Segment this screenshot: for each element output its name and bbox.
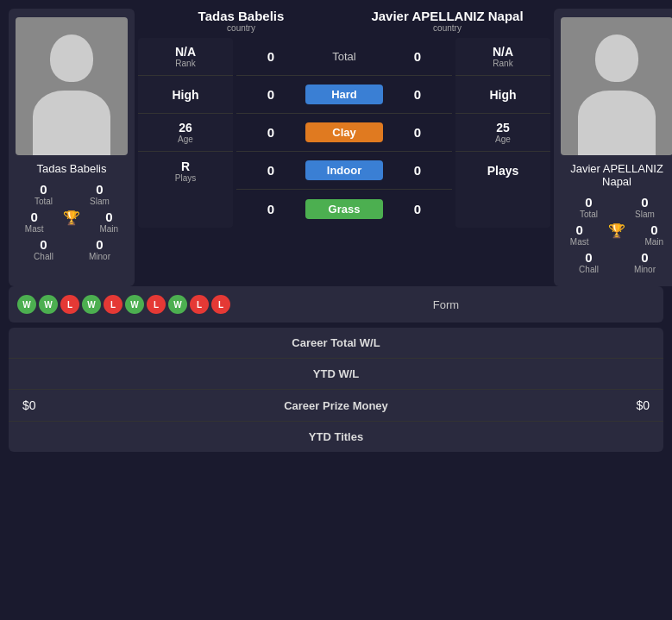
right-total-value: 0: [561, 195, 617, 210]
clay-button[interactable]: Clay: [305, 122, 383, 142]
form-badge-l3: L: [147, 295, 166, 314]
form-badge-w4: W: [125, 295, 144, 314]
form-badge-l5: L: [211, 295, 230, 314]
left-rank-label: Rank: [175, 59, 195, 68]
left-plays-val: R: [181, 160, 190, 173]
indoor-left-val: 0: [236, 163, 305, 178]
grass-right-val: 0: [383, 202, 452, 216]
right-main-label: Main: [636, 237, 672, 247]
left-minor-label: Minor: [72, 252, 128, 261]
right-rank-block: N/A Rank: [455, 38, 550, 76]
clay-center: Clay: [305, 122, 383, 142]
surface-panel: 0 Total 0 0 Hard 0 0: [236, 38, 452, 228]
right-high-block: High: [455, 76, 550, 114]
names-header: Tadas Babelis country Javier APELLANIZ N…: [138, 9, 550, 34]
right-rank-label: Rank: [493, 59, 512, 68]
hard-left-val: 0: [236, 87, 305, 102]
form-badge-l2: L: [104, 295, 122, 314]
left-player-card: Tadas Babelis 0 Total 0 Slam 0 Mast: [9, 9, 135, 286]
form-badge-w3: W: [82, 295, 101, 314]
left-mast-label: Mast: [16, 224, 53, 234]
bottom-stats-section: Career Total W/L YTD W/L $0 Career Prize…: [9, 328, 663, 452]
hard-center: Hard: [305, 85, 383, 104]
grass-button[interactable]: Grass: [305, 199, 383, 219]
right-slam-value: 0: [617, 195, 672, 210]
grass-left-val: 0: [236, 202, 305, 216]
grass-center: Grass: [305, 199, 383, 219]
right-age-val: 25: [496, 121, 510, 135]
right-player-stats: 0 Total 0 Slam 0 Mast 🏆: [561, 195, 672, 278]
right-trophy-icon: 🏆: [608, 222, 625, 239]
right-name-text: Javier APELLANIZ Napal: [344, 9, 550, 23]
prize-right: $0: [493, 398, 650, 412]
left-name-header: Tadas Babelis country: [138, 9, 344, 34]
right-plays-val: Plays: [487, 164, 519, 178]
career-total-row: Career Total W/L: [9, 328, 663, 359]
indoor-row: 0 Indoor 0: [236, 152, 452, 190]
indoor-button[interactable]: Indoor: [305, 160, 383, 180]
ytd-wl-row: YTD W/L: [9, 359, 663, 390]
career-total-label: Career Total W/L: [179, 336, 493, 349]
clay-right-val: 0: [383, 125, 452, 140]
right-main-value: 0: [636, 222, 672, 237]
left-rank-val: N/A: [175, 45, 196, 59]
right-minor-value: 0: [617, 250, 672, 265]
right-country: country: [344, 23, 550, 33]
left-slam-label: Slam: [72, 197, 128, 206]
left-form-badges: W W L W L W L W L L: [17, 295, 230, 314]
right-minor-label: Minor: [617, 265, 672, 274]
form-badge-w2: W: [39, 295, 58, 314]
left-age-label: Age: [178, 135, 193, 144]
right-total-label: Total: [561, 210, 617, 219]
hard-button[interactable]: Hard: [305, 85, 383, 104]
left-high-val: High: [172, 88, 198, 102]
left-main-label: Main: [91, 224, 128, 234]
data-block: N/A Rank High 26 Age R Plays: [138, 38, 550, 228]
left-player-avatar: [16, 17, 128, 155]
right-age-block: 25 Age: [455, 114, 550, 152]
left-total-value: 0: [16, 182, 72, 197]
grass-row: 0 Grass 0: [236, 190, 452, 228]
total-center-label: Total: [305, 50, 383, 63]
ytd-titles-row: YTD Titles: [9, 422, 663, 452]
prize-left: $0: [22, 398, 179, 412]
right-plays-block: Plays: [455, 152, 550, 190]
comparison-row: Tadas Babelis 0 Total 0 Slam 0 Mast: [9, 9, 663, 286]
form-section: W W L W L W L W L L Form: [9, 286, 663, 323]
total-data-row: 0 Total 0: [236, 38, 452, 76]
form-badge-w1: W: [17, 295, 36, 314]
left-chall-value: 0: [16, 237, 72, 252]
left-rank-block: N/A Rank: [138, 38, 233, 76]
prize-label: Career Prize Money: [179, 399, 493, 412]
left-plays-label: Plays: [175, 173, 196, 183]
right-slam-label: Slam: [617, 210, 672, 219]
right-rank-val: N/A: [493, 45, 513, 59]
right-info-panel: N/A Rank High 25 Age Plays: [455, 38, 550, 228]
form-badge-l4: L: [190, 295, 209, 314]
right-player-name: Javier APELLANIZ Napal: [561, 162, 672, 188]
left-main-value: 0: [91, 210, 128, 224]
right-name-header: Javier APELLANIZ Napal country: [344, 9, 550, 34]
left-age-block: 26 Age: [138, 114, 233, 152]
left-player-name: Tadas Babelis: [37, 162, 107, 175]
right-chall-label: Chall: [561, 265, 617, 274]
right-chall-value: 0: [561, 250, 617, 265]
right-mast-label: Mast: [561, 237, 598, 247]
clay-left-val: 0: [236, 125, 305, 140]
hard-row: 0 Hard 0: [236, 76, 452, 114]
left-high-block: High: [138, 76, 233, 114]
form-label: Form: [237, 298, 655, 311]
right-high-val: High: [489, 88, 516, 102]
left-trophy-icon: 🏆: [63, 210, 80, 226]
center-panel: Tadas Babelis country Javier APELLANIZ N…: [135, 9, 554, 286]
clay-row: 0 Clay 0: [236, 114, 452, 152]
form-badge-l1: L: [60, 295, 79, 314]
total-right-val: 0: [383, 49, 452, 64]
right-mast-value: 0: [561, 222, 598, 237]
left-slam-value: 0: [72, 182, 128, 197]
left-plays-block: R Plays: [138, 152, 233, 190]
total-left-val: 0: [236, 49, 305, 64]
left-info-panel: N/A Rank High 26 Age R Plays: [138, 38, 233, 228]
prize-money-row: $0 Career Prize Money $0: [9, 390, 663, 422]
left-player-stats: 0 Total 0 Slam 0 Mast 🏆: [16, 182, 128, 265]
